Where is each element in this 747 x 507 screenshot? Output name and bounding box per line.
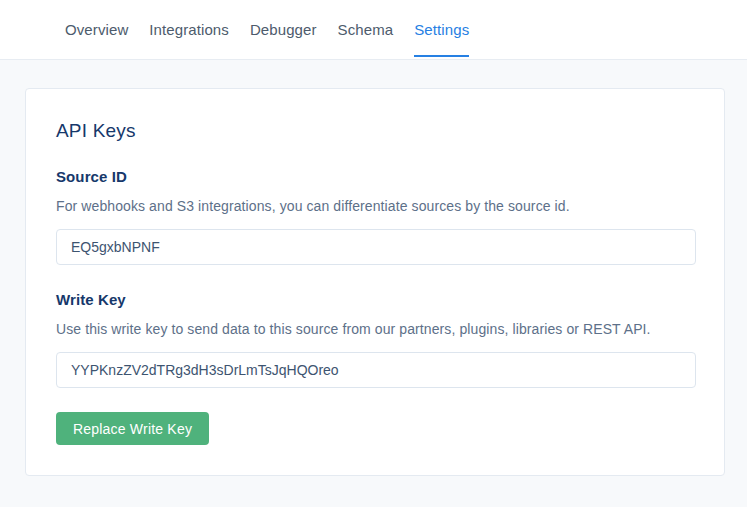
write-key-input[interactable]	[56, 352, 696, 388]
tab-integrations[interactable]: Integrations	[149, 0, 229, 59]
write-key-description: Use this write key to send data to this …	[56, 321, 694, 337]
source-id-description: For webhooks and S3 integrations, you ca…	[56, 198, 694, 214]
card-title: API Keys	[56, 120, 694, 142]
settings-page: API Keys Source ID For webhooks and S3 i…	[0, 60, 747, 476]
tab-debugger-label: Debugger	[250, 21, 317, 38]
replace-write-key-button[interactable]: Replace Write Key	[56, 412, 209, 445]
source-tabs: Overview Integrations Debugger Schema Se…	[65, 0, 490, 59]
tab-integrations-label: Integrations	[149, 21, 229, 38]
tab-overview-label: Overview	[65, 21, 128, 38]
tab-settings-label: Settings	[414, 21, 469, 38]
active-tab-underline	[414, 55, 469, 57]
write-key-label: Write Key	[56, 291, 694, 308]
tab-schema-label: Schema	[338, 21, 394, 38]
tab-bar: Overview Integrations Debugger Schema Se…	[0, 0, 747, 60]
source-id-label: Source ID	[56, 168, 694, 185]
source-id-section: Source ID For webhooks and S3 integratio…	[56, 168, 694, 265]
api-keys-card: API Keys Source ID For webhooks and S3 i…	[25, 88, 725, 476]
tab-settings[interactable]: Settings	[414, 0, 469, 59]
write-key-section: Write Key Use this write key to send dat…	[56, 291, 694, 388]
tab-debugger[interactable]: Debugger	[250, 0, 317, 59]
tab-schema[interactable]: Schema	[338, 0, 394, 59]
source-id-input[interactable]	[56, 229, 696, 265]
tab-overview[interactable]: Overview	[65, 0, 128, 59]
